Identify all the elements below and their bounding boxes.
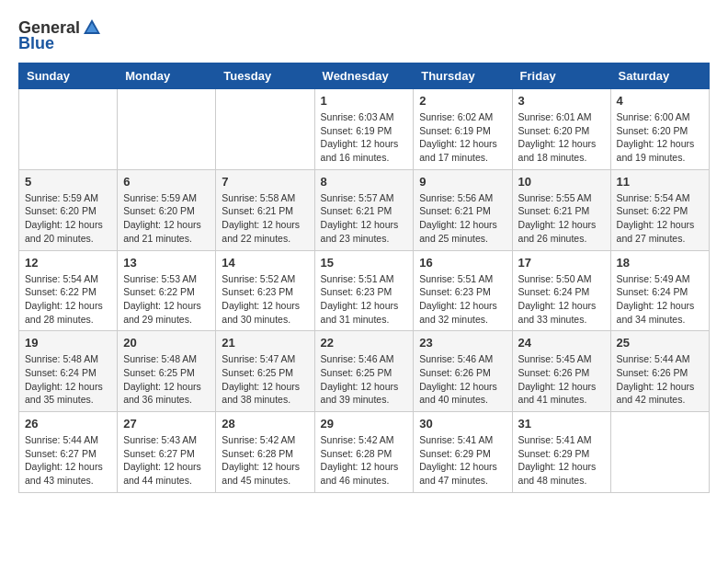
day-info: Sunrise: 5:48 AM Sunset: 6:25 PM Dayligh…	[123, 352, 210, 407]
calendar-cell: 2 Sunrise: 6:02 AM Sunset: 6:19 PM Dayli…	[414, 89, 512, 170]
sunset-text: Sunset: 6:21 PM	[518, 205, 590, 216]
day-info: Sunrise: 5:41 AM Sunset: 6:29 PM Dayligh…	[518, 433, 605, 488]
calendar-week-row: 1 Sunrise: 6:03 AM Sunset: 6:19 PM Dayli…	[19, 89, 710, 170]
sunset-text: Sunset: 6:22 PM	[617, 205, 688, 216]
daylight-text: Daylight: 12 hours and 22 minutes.	[222, 219, 300, 244]
day-number: 26	[25, 417, 111, 431]
day-info: Sunrise: 6:00 AM Sunset: 6:20 PM Dayligh…	[617, 110, 703, 165]
sunset-text: Sunset: 6:23 PM	[321, 286, 392, 297]
column-header-wednesday: Wednesday	[314, 63, 414, 89]
sunset-text: Sunset: 6:29 PM	[518, 448, 590, 459]
daylight-text: Daylight: 12 hours and 47 minutes.	[419, 461, 497, 486]
sunset-text: Sunset: 6:27 PM	[123, 448, 195, 459]
daylight-text: Daylight: 12 hours and 46 minutes.	[321, 461, 399, 486]
day-info: Sunrise: 5:49 AM Sunset: 6:24 PM Dayligh…	[617, 272, 703, 327]
day-number: 7	[222, 175, 308, 189]
sunset-text: Sunset: 6:19 PM	[321, 125, 392, 136]
day-number: 27	[123, 417, 210, 431]
calendar-cell: 19 Sunrise: 5:48 AM Sunset: 6:24 PM Dayl…	[19, 331, 118, 412]
sunrise-text: Sunrise: 6:02 AM	[419, 111, 493, 122]
column-header-tuesday: Tuesday	[216, 63, 314, 89]
day-info: Sunrise: 5:42 AM Sunset: 6:28 PM Dayligh…	[321, 433, 408, 488]
column-header-thursday: Thursday	[414, 63, 512, 89]
daylight-text: Daylight: 12 hours and 16 minutes.	[321, 138, 399, 163]
calendar-week-row: 12 Sunrise: 5:54 AM Sunset: 6:22 PM Dayl…	[19, 250, 710, 331]
daylight-text: Daylight: 12 hours and 34 minutes.	[617, 300, 695, 325]
sunrise-text: Sunrise: 5:58 AM	[222, 192, 295, 203]
sunrise-text: Sunrise: 5:55 AM	[518, 192, 592, 203]
column-header-saturday: Saturday	[610, 63, 709, 89]
day-number: 14	[222, 256, 308, 270]
sunrise-text: Sunrise: 5:47 AM	[222, 353, 295, 364]
day-number: 9	[419, 175, 506, 189]
day-number: 23	[419, 336, 506, 350]
day-number: 11	[617, 175, 703, 189]
sunrise-text: Sunrise: 5:46 AM	[419, 353, 493, 364]
daylight-text: Daylight: 12 hours and 33 minutes.	[518, 300, 597, 325]
daylight-text: Daylight: 12 hours and 38 minutes.	[222, 381, 300, 406]
calendar-cell: 3 Sunrise: 6:01 AM Sunset: 6:20 PM Dayli…	[512, 89, 610, 170]
day-number: 30	[419, 417, 506, 431]
day-info: Sunrise: 5:51 AM Sunset: 6:23 PM Dayligh…	[419, 272, 506, 327]
calendar-week-row: 19 Sunrise: 5:48 AM Sunset: 6:24 PM Dayl…	[19, 331, 710, 412]
sunset-text: Sunset: 6:22 PM	[123, 286, 195, 297]
daylight-text: Daylight: 12 hours and 21 minutes.	[123, 219, 201, 244]
calendar-cell: 15 Sunrise: 5:51 AM Sunset: 6:23 PM Dayl…	[314, 250, 414, 331]
column-header-friday: Friday	[512, 63, 610, 89]
calendar-cell: 8 Sunrise: 5:57 AM Sunset: 6:21 PM Dayli…	[314, 169, 414, 250]
sunset-text: Sunset: 6:26 PM	[617, 367, 688, 378]
day-number: 18	[617, 256, 703, 270]
daylight-text: Daylight: 12 hours and 36 minutes.	[123, 381, 201, 406]
day-info: Sunrise: 5:50 AM Sunset: 6:24 PM Dayligh…	[518, 272, 605, 327]
sunrise-text: Sunrise: 5:42 AM	[321, 434, 394, 445]
day-info: Sunrise: 5:48 AM Sunset: 6:24 PM Dayligh…	[25, 352, 111, 407]
day-info: Sunrise: 5:44 AM Sunset: 6:27 PM Dayligh…	[25, 433, 111, 488]
day-info: Sunrise: 6:03 AM Sunset: 6:19 PM Dayligh…	[321, 110, 408, 165]
day-info: Sunrise: 5:54 AM Sunset: 6:22 PM Dayligh…	[617, 191, 703, 246]
calendar-cell: 29 Sunrise: 5:42 AM Sunset: 6:28 PM Dayl…	[314, 412, 414, 493]
calendar-cell: 4 Sunrise: 6:00 AM Sunset: 6:20 PM Dayli…	[610, 89, 709, 170]
sunrise-text: Sunrise: 5:42 AM	[222, 434, 295, 445]
day-number: 16	[419, 256, 506, 270]
day-number: 6	[123, 175, 210, 189]
sunrise-text: Sunrise: 5:41 AM	[518, 434, 592, 445]
calendar-cell: 12 Sunrise: 5:54 AM Sunset: 6:22 PM Dayl…	[19, 250, 118, 331]
daylight-text: Daylight: 12 hours and 48 minutes.	[518, 461, 597, 486]
sunset-text: Sunset: 6:21 PM	[419, 205, 491, 216]
calendar-cell: 13 Sunrise: 5:53 AM Sunset: 6:22 PM Dayl…	[118, 250, 216, 331]
calendar-cell: 30 Sunrise: 5:41 AM Sunset: 6:29 PM Dayl…	[414, 412, 512, 493]
daylight-text: Daylight: 12 hours and 29 minutes.	[123, 300, 201, 325]
calendar-cell: 9 Sunrise: 5:56 AM Sunset: 6:21 PM Dayli…	[414, 169, 512, 250]
calendar-cell: 6 Sunrise: 5:59 AM Sunset: 6:20 PM Dayli…	[118, 169, 216, 250]
day-number: 8	[321, 175, 408, 189]
day-info: Sunrise: 5:59 AM Sunset: 6:20 PM Dayligh…	[25, 191, 111, 246]
daylight-text: Daylight: 12 hours and 23 minutes.	[321, 219, 399, 244]
sunrise-text: Sunrise: 5:59 AM	[25, 192, 98, 203]
calendar-cell: 27 Sunrise: 5:43 AM Sunset: 6:27 PM Dayl…	[118, 412, 216, 493]
day-info: Sunrise: 5:56 AM Sunset: 6:21 PM Dayligh…	[419, 191, 506, 246]
sunset-text: Sunset: 6:25 PM	[222, 367, 293, 378]
sunset-text: Sunset: 6:20 PM	[123, 205, 195, 216]
sunset-text: Sunset: 6:24 PM	[617, 286, 688, 297]
day-number: 29	[321, 417, 408, 431]
daylight-text: Daylight: 12 hours and 43 minutes.	[25, 461, 103, 486]
daylight-text: Daylight: 12 hours and 31 minutes.	[321, 300, 399, 325]
daylight-text: Daylight: 12 hours and 35 minutes.	[25, 381, 103, 406]
day-number: 1	[321, 94, 408, 108]
calendar-table: SundayMondayTuesdayWednesdayThursdayFrid…	[18, 63, 710, 493]
calendar-cell: 10 Sunrise: 5:55 AM Sunset: 6:21 PM Dayl…	[512, 169, 610, 250]
calendar-cell: 18 Sunrise: 5:49 AM Sunset: 6:24 PM Dayl…	[610, 250, 709, 331]
sunrise-text: Sunrise: 5:51 AM	[321, 273, 394, 284]
day-number: 2	[419, 94, 506, 108]
day-number: 10	[518, 175, 605, 189]
sunset-text: Sunset: 6:24 PM	[518, 286, 590, 297]
sunset-text: Sunset: 6:28 PM	[321, 448, 392, 459]
day-info: Sunrise: 5:46 AM Sunset: 6:25 PM Dayligh…	[321, 352, 408, 407]
daylight-text: Daylight: 12 hours and 28 minutes.	[25, 300, 103, 325]
calendar-cell: 25 Sunrise: 5:44 AM Sunset: 6:26 PM Dayl…	[610, 331, 709, 412]
calendar-cell: 23 Sunrise: 5:46 AM Sunset: 6:26 PM Dayl…	[414, 331, 512, 412]
day-number: 28	[222, 417, 308, 431]
daylight-text: Daylight: 12 hours and 42 minutes.	[617, 381, 695, 406]
sunrise-text: Sunrise: 5:51 AM	[419, 273, 493, 284]
day-number: 21	[222, 336, 308, 350]
